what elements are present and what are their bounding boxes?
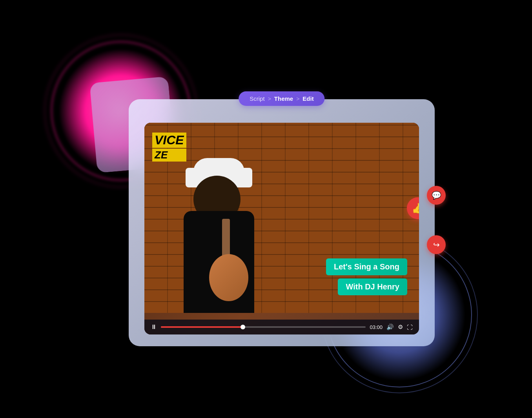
- sign-ze-text: ZE: [152, 149, 186, 162]
- video-captions: Let's Sing a Song With DJ Henry: [326, 258, 407, 295]
- pause-icon: ⏸: [151, 323, 157, 331]
- wall-sign: VICE ZE: [152, 133, 186, 162]
- share-icon: ↪: [433, 240, 440, 249]
- video-scene: VICE ZE: [144, 123, 419, 334]
- volume-icon: 🔊: [386, 323, 394, 330]
- musician-figure: [164, 191, 274, 313]
- caption-line2: With DJ Henry: [338, 278, 407, 295]
- like-icon: 👍: [412, 202, 419, 214]
- video-player[interactable]: VICE ZE: [144, 123, 419, 334]
- comment-icon: 💬: [432, 191, 441, 200]
- breadcrumb-sep2: >: [296, 96, 299, 102]
- breadcrumb: Script > Theme > Edit: [239, 91, 324, 106]
- share-button[interactable]: ↪: [427, 235, 446, 254]
- guitar-body: [209, 254, 248, 301]
- progress-fill: [161, 326, 243, 328]
- guitar: [203, 223, 254, 301]
- comment-button[interactable]: 💬: [427, 186, 446, 205]
- settings-button[interactable]: ⚙: [398, 323, 403, 331]
- fullscreen-icon: ⛶: [407, 324, 413, 331]
- fullscreen-button[interactable]: ⛶: [407, 324, 413, 331]
- sign-vice-text: VICE: [152, 133, 186, 148]
- progress-bar[interactable]: [161, 326, 366, 328]
- time-display: 03:00: [370, 324, 383, 330]
- main-card: Script > Theme > Edit VICE ZE: [129, 99, 435, 346]
- settings-icon: ⚙: [398, 323, 403, 330]
- breadcrumb-step3[interactable]: Edit: [302, 95, 313, 102]
- progress-thumb: [240, 325, 245, 329]
- video-controls-bar: ⏸ 03:00 🔊 ⚙ ⛶: [144, 320, 419, 334]
- breadcrumb-sep1: >: [268, 96, 271, 102]
- breadcrumb-step1[interactable]: Script: [250, 95, 264, 102]
- pause-button[interactable]: ⏸: [151, 323, 157, 331]
- breadcrumb-step2[interactable]: Theme: [274, 95, 293, 102]
- caption-line1: Let's Sing a Song: [326, 258, 407, 275]
- volume-button[interactable]: 🔊: [386, 323, 394, 331]
